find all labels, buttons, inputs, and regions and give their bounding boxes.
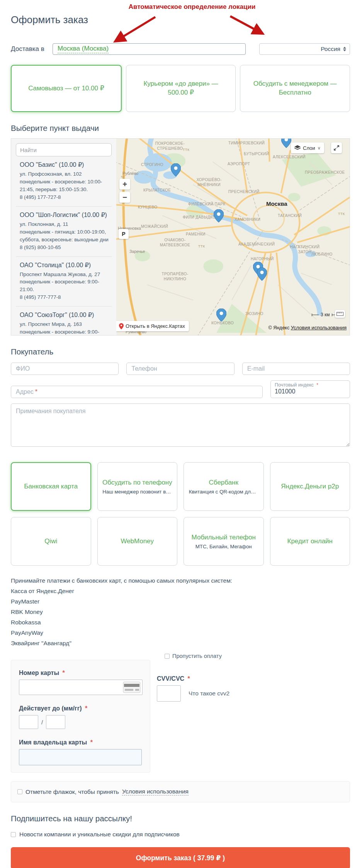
customer-notes-textarea[interactable] — [11, 403, 350, 447]
yandex-map[interactable]: ПОКРОВСКОЕ-СТРЕШНЕВО ТИМИРЯЗЕВСКИЙ БУТЫР… — [116, 139, 350, 335]
payment-option-title: Обсудить по телефону — [102, 478, 172, 487]
payment-option-phone-discuss[interactable]: Обсудить по телефону Наш менеджер позвон… — [97, 462, 178, 511]
map-label: ЗЮЗИНО — [245, 312, 263, 316]
open-in-yandex-maps-link[interactable]: Открыть в Яндекс.Картах — [116, 321, 189, 331]
phone-input[interactable] — [126, 363, 234, 375]
payment-option-card[interactable]: Банковская карта — [11, 462, 91, 511]
payment-option-sberbank[interactable]: Сбербанк Квитанция с QR-кодом для ... — [184, 462, 264, 511]
pickup-point-address: ул. Профсоюзная, вл. 102 — [20, 170, 110, 178]
layers-icon — [294, 145, 301, 151]
required-asterisk: * — [188, 675, 190, 682]
submit-order-button[interactable]: Оформить заказ ( 37.99 ₽ ) — [11, 847, 350, 868]
cvv-help-link[interactable]: Что такое cvv2 — [189, 690, 229, 697]
map-label: ОЧАКОВО-МАТВЕЕВСКОЕ — [158, 237, 192, 248]
map-copyright-text: © Яндекс — [269, 325, 290, 331]
pickup-point-hours: понедельник - пятница: 10:00-19:00, субб… — [20, 228, 110, 244]
payment-system: PayAnyWay — [11, 629, 350, 636]
expiry-slash: / — [41, 719, 43, 726]
payment-system: Robokassa — [11, 619, 350, 626]
postal-code-input[interactable]: Почтовый индекс * 101000 — [270, 380, 350, 398]
expiry-year-input[interactable] — [46, 715, 65, 729]
payment-option-title: Мобильный телефон — [192, 533, 256, 542]
pickup-point-item[interactable]: ООО "Шоп-Логистик" (10.00 ₽) ул. Поклонн… — [16, 206, 112, 256]
payment-option-credit[interactable]: Кредит онлайн — [270, 517, 350, 566]
map-label: АКАДЕМИЧЕСКИЙ — [238, 242, 275, 246]
skip-payment-checkbox[interactable] — [165, 654, 170, 659]
skip-payment-checkbox-row[interactable]: Пропустить оплату — [165, 653, 222, 659]
map-pin[interactable] — [257, 268, 267, 281]
map-zoom-in-button[interactable]: + — [119, 179, 130, 190]
map-layers-button[interactable]: Слои ∨ — [291, 142, 324, 153]
payment-option-title: Яндекс.Деньги p2p — [281, 482, 339, 491]
required-asterisk: * — [316, 382, 318, 388]
cvv-block: CVV/CVC * Что такое cvv2 — [157, 675, 229, 702]
card-owner-input[interactable] — [19, 749, 142, 765]
cvv-input[interactable] — [157, 685, 181, 702]
payment-option-qiwi[interactable]: Qiwi — [11, 517, 91, 566]
payment-option-mobile[interactable]: Мобильный телефон МТС, Билайн, Мегафон — [184, 517, 264, 566]
city-select[interactable]: Москва (Москва) — [53, 43, 246, 55]
pickup-point-item[interactable]: ООО "Базис" (10.00 ₽) ул. Профсоюзная, в… — [16, 156, 112, 206]
map-fullscreen-button[interactable] — [331, 142, 342, 153]
pickup-point-hours: понедельник - воскресенье: 9:00-21:00. — [20, 278, 110, 293]
pickup-point-phone: 8 (495) 177-727-8 — [20, 193, 110, 201]
map-label: ЛЮБЛИНО — [311, 252, 333, 256]
pickup-point-item[interactable]: ОАО "СоюзТорг" (10.00 ₽) ул. Проспект Ми… — [16, 306, 112, 335]
map-label: СТРОГИНО — [141, 163, 163, 167]
pickup-point-phone: 8 (925) 800-10-65 — [20, 244, 110, 251]
page-header: Оформить заказ Автоматическое определени… — [0, 0, 362, 43]
map-label: АЭРОПОРТ — [228, 162, 250, 166]
map-label: ПОКРОВСКОЕ-СТРЕШНЕВО — [153, 141, 187, 151]
map-pin[interactable] — [281, 139, 291, 148]
payment-system: RBK Money — [11, 609, 350, 615]
map-label: ПРЕОБРАЖЕНСКОЕ — [305, 170, 345, 175]
pickup-point-item[interactable]: ОАО "Столица" (10.00 ₽) Проспект Маршала… — [16, 256, 112, 307]
pickup-point-name: ООО "Шоп-Логистик" (10.00 ₽) — [20, 211, 110, 219]
map-pin[interactable] — [216, 309, 226, 322]
shipping-option-manager[interactable]: Обсудить с менеджером — Бесплатно — [240, 65, 350, 112]
map-label: ХАМОВНИКИ — [235, 217, 260, 222]
card-expiry-label: Действует до (мм/гг) — [19, 705, 82, 712]
email-input[interactable] — [242, 363, 350, 375]
terms-checkbox[interactable] — [17, 789, 22, 794]
expiry-month-input[interactable] — [19, 715, 38, 729]
terms-link[interactable]: Условия использования — [122, 788, 189, 795]
country-select[interactable]: Россия — [259, 43, 350, 55]
payment-system: Эквайринг "Авангард" — [11, 640, 350, 647]
map-zoom-out-button[interactable]: − — [119, 192, 130, 203]
map-terms-link[interactable]: Условия использования — [291, 325, 347, 331]
delivery-row: Доставка в Москва (Москва) Россия — [11, 43, 350, 55]
map-parking-button[interactable]: P — [119, 229, 129, 239]
required-asterisk: * — [90, 739, 93, 746]
city-value[interactable]: Москва (Москва) — [58, 45, 109, 53]
payment-option-webmoney[interactable]: WebMoney — [97, 517, 178, 566]
map-pin[interactable] — [214, 209, 224, 222]
fio-input[interactable] — [11, 363, 119, 375]
payment-option-title: Qiwi — [44, 537, 57, 546]
address-input[interactable]: Адрес * — [11, 386, 263, 398]
pickup-search-input[interactable] — [16, 143, 112, 156]
pickup-point-name: ООО "Базис" (10.00 ₽) — [20, 161, 110, 168]
map-label: ТИМИРЯЗЕВСКИЙ — [228, 141, 265, 145]
pickup-point-address: Проспект Маршала Жукова, д. 27 — [20, 271, 110, 278]
payment-system: Касса от Яндекс.Денег — [11, 588, 350, 595]
address-placeholder: Адрес — [16, 388, 34, 395]
payment-system: PayMaster — [11, 598, 350, 605]
newsletter-checkbox-row[interactable]: Новости компании и уникальные скидки для… — [11, 831, 350, 838]
map-copyright: © Яндекс Условия использования — [269, 325, 347, 331]
map-label: АЛЕКСЕЕВСКИЙ — [273, 155, 306, 159]
card-number-label: Номер карты — [19, 670, 59, 676]
payment-option-subtitle: Квитанция с QR-кодом для ... — [189, 489, 258, 495]
required-asterisk: * — [35, 388, 37, 395]
newsletter-checkbox[interactable] — [11, 832, 16, 837]
map-label: КУНЦЕВО — [138, 205, 158, 209]
payment-option-yandex-money[interactable]: Яндекс.Деньги p2p — [270, 462, 350, 511]
map-ruler-button[interactable] — [335, 310, 345, 318]
shipping-option-pickup[interactable]: Самовывоз — от 10.00 ₽ — [11, 65, 122, 112]
newsletter-label: Новости компании и уникальные скидки для… — [19, 831, 180, 838]
shipping-option-courier[interactable]: Курьером «до двери» — 500.00 ₽ — [126, 65, 236, 112]
terms-panel: Отметьте флажок, чтобы принять Условия и… — [11, 781, 350, 802]
map-label: НАГОРНЫЙ — [251, 257, 274, 261]
map-pin[interactable] — [171, 163, 181, 176]
payment-systems-info: Принимайте платежи с банковских карт, с … — [11, 577, 350, 647]
